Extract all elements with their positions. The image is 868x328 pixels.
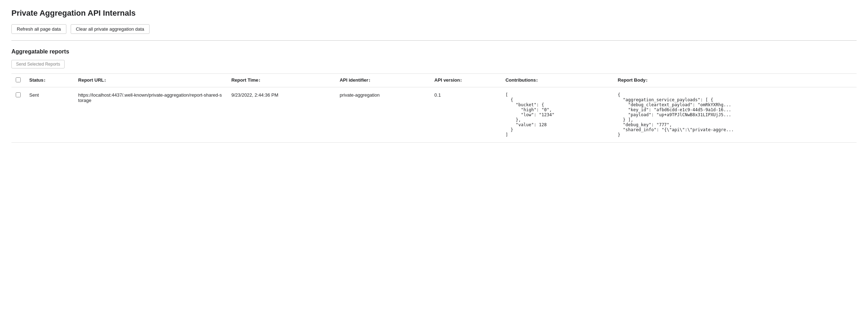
header-api-version[interactable]: API version↕ [430, 74, 501, 87]
divider [11, 40, 857, 41]
table-header-row: Status↕ Report URL↕ Report Time↕ API ide… [11, 74, 857, 87]
header-contributions[interactable]: Contributions↕ [501, 74, 614, 87]
cell-report-time: 9/23/2022, 2:44:36 PM [227, 87, 335, 143]
header-status[interactable]: Status↕ [25, 74, 74, 87]
header-report-body[interactable]: Report Body↕ [614, 74, 857, 87]
header-api-identifier[interactable]: API identifier↕ [335, 74, 430, 87]
top-buttons-container: Refresh all page data Clear all private … [11, 24, 857, 34]
cell-report-body: { "aggregation_service_payloads": [ { "d… [614, 87, 857, 143]
send-selected-button[interactable]: Send Selected Reports [11, 60, 65, 68]
reports-table: Status↕ Report URL↕ Report Time↕ API ide… [11, 73, 857, 143]
select-all-checkbox[interactable] [16, 77, 21, 82]
header-report-time[interactable]: Report Time↕ [227, 74, 335, 87]
header-checkbox-col [11, 74, 25, 87]
row-checkbox[interactable] [16, 92, 21, 97]
section-title: Aggregatable reports [11, 48, 857, 55]
cell-api-version: 0.1 [430, 87, 501, 143]
cell-report-url: https://localhost:4437/.well-known/priva… [74, 87, 227, 143]
clear-button[interactable]: Clear all private aggregation data [71, 24, 150, 34]
page-title: Private Aggregation API Internals [11, 9, 857, 18]
table-row: Senthttps://localhost:4437/.well-known/p… [11, 87, 857, 143]
cell-contributions: [ { "bucket": { "high": "0", "low": "123… [501, 87, 614, 143]
header-report-url[interactable]: Report URL↕ [74, 74, 227, 87]
cell-status: Sent [25, 87, 74, 143]
cell-api-identifier: private-aggregation [335, 87, 430, 143]
refresh-button[interactable]: Refresh all page data [11, 24, 66, 34]
